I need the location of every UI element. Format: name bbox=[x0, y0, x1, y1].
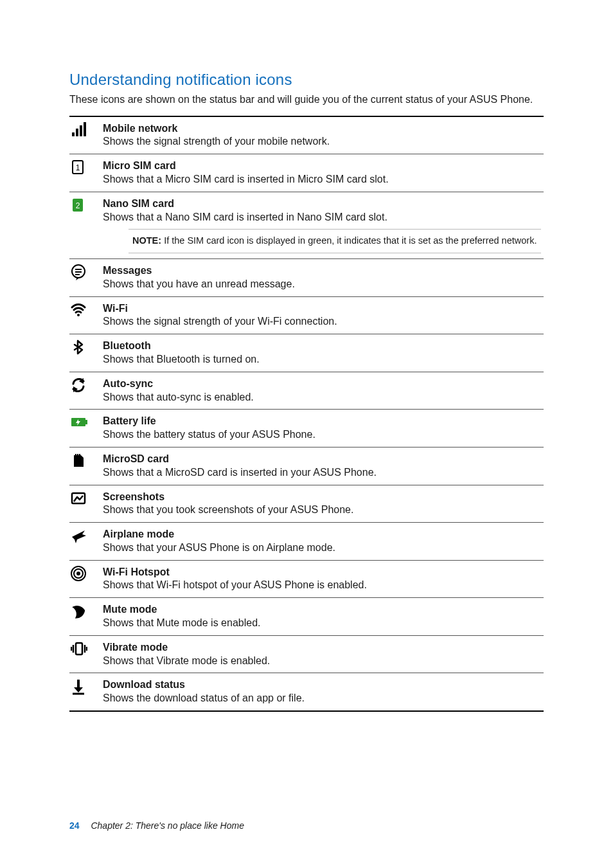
icon-row-desc: Shows the download status of an app or f… bbox=[103, 692, 541, 705]
icon-row-desc: Shows that Wi-Fi hotspot of your ASUS Ph… bbox=[103, 579, 541, 592]
icon-text-cell: Auto-syncShows that auto-sync is enabled… bbox=[100, 372, 544, 410]
icon-row-title: Nano SIM card bbox=[103, 197, 541, 211]
icon-row: Auto-syncShows that auto-sync is enabled… bbox=[69, 372, 544, 410]
chapter-label: Chapter 2: There's no place like Home bbox=[91, 820, 244, 831]
icon-row-desc: Shows the battery status of your ASUS Ph… bbox=[103, 428, 541, 442]
icon-text-cell: BluetoothShows that Bluetooth is turned … bbox=[100, 334, 544, 372]
icon-row-desc: Shows that Vibrate mode is enabled. bbox=[103, 655, 541, 668]
battery-icon bbox=[69, 410, 100, 435]
note-label: NOTE: bbox=[132, 235, 161, 246]
section-heading: Understanding notification icons bbox=[69, 71, 544, 89]
icon-row-title: Airplane mode bbox=[103, 528, 541, 541]
icon-row-desc: Shows the signal strength of your mobile… bbox=[103, 135, 541, 149]
icon-row-title: Wi-Fi bbox=[103, 302, 541, 316]
icon-row-desc: Shows that auto-sync is enabled. bbox=[103, 391, 541, 404]
microsd-icon bbox=[69, 448, 100, 473]
icon-row-desc: Shows that a Nano SIM card is inserted i… bbox=[103, 211, 541, 224]
icon-row-desc: Shows that Mute mode is enabled. bbox=[103, 617, 541, 630]
icon-text-cell: Micro SIM cardShows that a Micro SIM car… bbox=[100, 154, 544, 192]
icon-row: Wi-FiShows the signal strength of your W… bbox=[69, 297, 544, 335]
intro-paragraph: These icons are shown on the status bar … bbox=[69, 93, 544, 107]
icon-text-cell: Download statusShows the download status… bbox=[100, 673, 544, 710]
icon-row-title: Wi-Fi Hotspot bbox=[103, 566, 541, 579]
mute-icon bbox=[69, 598, 100, 624]
icon-row-desc: Shows that a Micro SIM card is inserted … bbox=[103, 173, 541, 186]
icon-table: Mobile networkShows the signal strength … bbox=[69, 116, 544, 712]
icon-text-cell: Mute modeShows that Mute mode is enabled… bbox=[100, 598, 544, 635]
icon-text-cell: MicroSD cardShows that a MicroSD card is… bbox=[100, 448, 544, 485]
signal-icon bbox=[69, 117, 100, 143]
icon-text-cell: Wi-Fi HotspotShows that Wi-Fi hotspot of… bbox=[100, 561, 544, 598]
icon-row-desc: Shows that your ASUS Phone is on Airplan… bbox=[103, 541, 541, 555]
note-box: NOTE: If the SIM card icon is displayed … bbox=[129, 229, 541, 253]
icon-row: Vibrate modeShows that Vibrate mode is e… bbox=[69, 636, 544, 674]
icon-row-desc: Shows the signal strength of your Wi-Fi … bbox=[103, 315, 541, 329]
icon-row: Micro SIM cardShows that a Micro SIM car… bbox=[69, 154, 544, 192]
icon-row-title: Bluetooth bbox=[103, 339, 541, 353]
wifi-icon bbox=[69, 297, 100, 323]
icon-text-cell: Nano SIM cardShows that a Nano SIM card … bbox=[100, 192, 544, 258]
icon-row-title: Mute mode bbox=[103, 603, 541, 617]
icon-row: Mobile networkShows the signal strength … bbox=[69, 117, 544, 155]
note-text: If the SIM card icon is displayed in gre… bbox=[161, 235, 537, 246]
icon-text-cell: Airplane modeShows that your ASUS Phone … bbox=[100, 523, 544, 560]
page-footer: 24 Chapter 2: There's no place like Home bbox=[69, 820, 244, 831]
icon-row-desc: Shows that Bluetooth is turned on. bbox=[103, 353, 541, 366]
icon-row: Mute modeShows that Mute mode is enabled… bbox=[69, 598, 544, 636]
messages-icon bbox=[69, 259, 100, 285]
icon-row: BluetoothShows that Bluetooth is turned … bbox=[69, 334, 544, 372]
icon-row-title: Auto-sync bbox=[103, 377, 541, 391]
icon-text-cell: Vibrate modeShows that Vibrate mode is e… bbox=[100, 636, 544, 673]
sim1-icon bbox=[69, 154, 100, 180]
screenshots-icon bbox=[69, 485, 100, 511]
icon-row: Wi-Fi HotspotShows that Wi-Fi hotspot of… bbox=[69, 561, 544, 599]
vibrate-icon bbox=[69, 636, 100, 662]
icon-row: Download statusShows the download status… bbox=[69, 673, 544, 710]
icon-row: Battery lifeShows the battery status of … bbox=[69, 410, 544, 448]
icon-row-title: MicroSD card bbox=[103, 453, 541, 466]
airplane-icon bbox=[69, 523, 100, 548]
icon-row-title: Download status bbox=[103, 678, 541, 692]
icon-text-cell: Battery lifeShows the battery status of … bbox=[100, 410, 544, 447]
bluetooth-icon bbox=[69, 334, 100, 360]
icon-text-cell: MessagesShows that you have an unread me… bbox=[100, 259, 544, 296]
icon-row-title: Vibrate mode bbox=[103, 641, 541, 655]
icon-text-cell: Mobile networkShows the signal strength … bbox=[100, 117, 544, 154]
icon-row: Nano SIM cardShows that a Nano SIM card … bbox=[69, 192, 544, 259]
icon-row-title: Mobile network bbox=[103, 122, 541, 136]
icon-row-title: Battery life bbox=[103, 415, 541, 428]
wifi-hotspot-icon bbox=[69, 561, 100, 586]
icon-row: ScreenshotsShows that you took screensho… bbox=[69, 485, 544, 523]
icon-text-cell: ScreenshotsShows that you took screensho… bbox=[100, 485, 544, 523]
icon-row-desc: Shows that you have an unread message. bbox=[103, 278, 541, 291]
icon-row-title: Micro SIM card bbox=[103, 159, 541, 173]
icon-row: MessagesShows that you have an unread me… bbox=[69, 259, 544, 297]
icon-text-cell: Wi-FiShows the signal strength of your W… bbox=[100, 297, 544, 334]
download-icon bbox=[69, 673, 100, 699]
icon-row-desc: Shows that a MicroSD card is inserted in… bbox=[103, 466, 541, 480]
icon-row-title: Messages bbox=[103, 264, 541, 278]
icon-row: MicroSD cardShows that a MicroSD card is… bbox=[69, 448, 544, 485]
autosync-icon bbox=[69, 372, 100, 398]
sim2-icon bbox=[69, 192, 100, 218]
icon-row: Airplane modeShows that your ASUS Phone … bbox=[69, 523, 544, 561]
document-page: Understanding notification icons These i… bbox=[0, 0, 613, 868]
icon-row-title: Screenshots bbox=[103, 491, 541, 504]
page-number: 24 bbox=[69, 820, 80, 831]
icon-row-desc: Shows that you took screenshots of your … bbox=[103, 503, 541, 517]
